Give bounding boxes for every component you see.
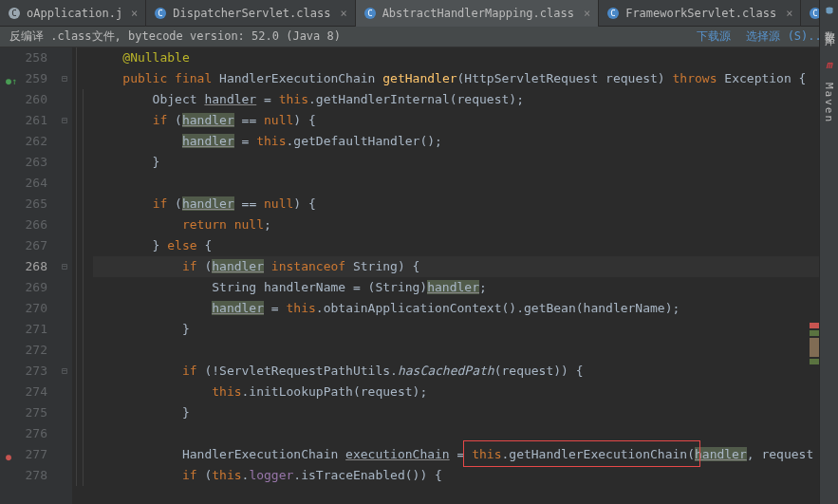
right-tool-strip: 数据库 m Maven — [819, 0, 838, 504]
database-icon[interactable] — [826, 4, 833, 11]
fold-column[interactable]: ⊟⊟⊟⊟ — [57, 47, 72, 504]
code-editor[interactable]: 258259●↑26026126226326426526626726826927… — [0, 47, 819, 504]
svg-text:C: C — [158, 9, 163, 18]
database-tool-window[interactable]: 数据库 — [822, 19, 836, 32]
close-icon[interactable]: × — [340, 7, 346, 20]
java-class-icon: C — [8, 7, 21, 20]
tab-abstract-handler-mapping[interactable]: C AbstractHandlerMapping.class × — [356, 0, 600, 27]
tab-label: AbstractHandlerMapping.class — [382, 7, 574, 20]
tab-label: DispatcherServlet.class — [173, 7, 330, 20]
close-icon[interactable]: × — [584, 7, 590, 20]
error-stripe[interactable] — [810, 47, 819, 504]
class-icon: C — [154, 7, 167, 20]
decompiled-info-bar: 反编译 .class文件, bytecode version: 52.0 (Ja… — [0, 27, 838, 47]
svg-text:C: C — [367, 9, 372, 18]
infobar-text: 反编译 .class文件, bytecode version: 52.0 (Ja… — [9, 28, 341, 45]
tab-label: FrameworkServlet.class — [625, 7, 776, 20]
tab-demo-application[interactable]: C oApplication.java × — [0, 0, 146, 27]
download-sources-link[interactable]: 下载源 — [697, 28, 731, 45]
gutter-line-numbers[interactable]: 258259●↑26026126226326426526626726826927… — [0, 47, 57, 504]
close-icon[interactable]: × — [786, 7, 792, 20]
tab-dispatcher-servlet[interactable]: C DispatcherServlet.class × — [146, 0, 355, 27]
choose-sources-link[interactable]: 选择源 (S)... — [746, 28, 829, 45]
svg-text:C: C — [11, 9, 16, 18]
indent-guides — [72, 47, 93, 504]
tab-framework-servlet[interactable]: C FrameworkServlet.class × — [599, 0, 801, 27]
class-icon: C — [606, 7, 620, 20]
code-area[interactable]: @Nullable public final HandlerExecutionC… — [93, 47, 819, 504]
tab-label: oApplication.java — [27, 7, 121, 20]
highlight-box — [463, 440, 700, 467]
maven-tool-window[interactable]: Maven — [823, 79, 835, 127]
maven-icon[interactable]: m — [826, 59, 832, 71]
close-icon[interactable]: × — [131, 7, 138, 20]
svg-text:C: C — [813, 9, 818, 18]
svg-text:C: C — [610, 9, 615, 18]
editor-tabs: C oApplication.java × C DispatcherServle… — [0, 0, 838, 27]
class-icon: C — [363, 7, 377, 20]
